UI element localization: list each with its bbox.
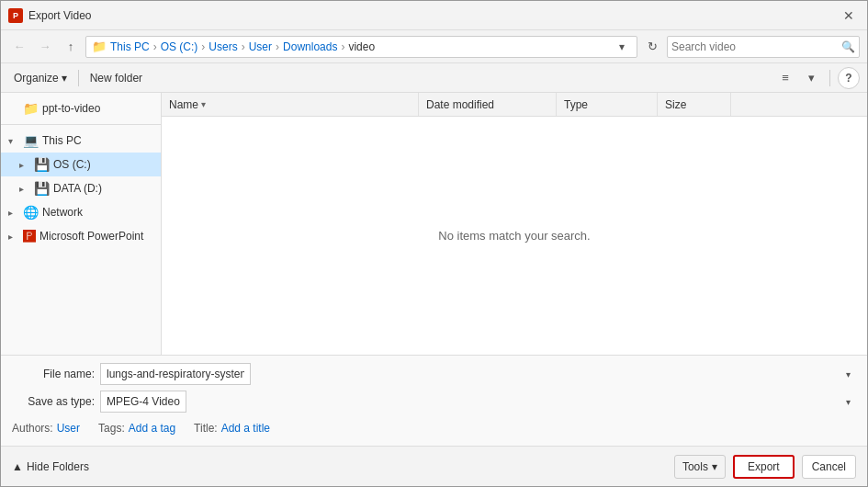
- title-item: Title: Add a title: [194, 422, 270, 435]
- authors-label: Authors:: [12, 422, 53, 435]
- export-button[interactable]: Export: [733, 455, 795, 479]
- search-input[interactable]: [671, 40, 841, 53]
- breadcrumb-current: video: [348, 40, 375, 53]
- filename-wrapper: ▾: [100, 363, 856, 385]
- hide-folders-button[interactable]: ▲ Hide Folders: [12, 460, 89, 473]
- new-folder-button[interactable]: New folder: [85, 67, 148, 89]
- breadcrumb-dropdown-icon[interactable]: ▾: [613, 38, 631, 56]
- sidebar-divider: [1, 124, 161, 125]
- sidebar-item-network[interactable]: ▸ 🌐 Network: [1, 200, 161, 224]
- sidebar-item-ms-powerpoint[interactable]: ▸ 🅿 Microsoft PowerPoint: [1, 224, 161, 248]
- file-list-header: Name ▾ Date modified Type Size: [162, 93, 867, 117]
- cancel-button[interactable]: Cancel: [802, 455, 856, 479]
- network-icon: 🌐: [23, 205, 39, 220]
- bottom-bar: File name: ▾ Save as type: MPEG-4 Video …: [1, 355, 867, 446]
- sidebar-item-data-d[interactable]: ▸ 💾 DATA (D:): [1, 176, 161, 200]
- col-header-date[interactable]: Date modified: [419, 93, 557, 116]
- sidebar-item-label: DATA (D:): [53, 182, 153, 195]
- breadcrumb-this-pc[interactable]: This PC: [110, 40, 150, 53]
- drive-icon: 💾: [34, 181, 50, 196]
- forward-button[interactable]: →: [34, 36, 56, 58]
- this-pc-icon: 💻: [23, 133, 39, 148]
- sidebar-item-label: This PC: [42, 134, 153, 147]
- chevron-icon: ▾: [8, 136, 19, 146]
- breadcrumb-users[interactable]: Users: [209, 40, 237, 53]
- file-area: Name ▾ Date modified Type Size No items …: [162, 93, 867, 355]
- authors-item: Authors: User: [12, 422, 80, 435]
- toolbar-sep-2: [829, 70, 830, 86]
- filename-input[interactable]: [100, 363, 251, 385]
- dialog-title: Export Video: [28, 9, 92, 22]
- toolbar-separator: [78, 70, 79, 86]
- sidebar-item-label: Microsoft PowerPoint: [39, 230, 153, 243]
- file-list-body: No items match your search.: [162, 117, 867, 355]
- breadcrumb-os-c[interactable]: OS (C:): [161, 40, 198, 53]
- tools-dropdown-icon: ▾: [712, 460, 717, 473]
- savetype-label: Save as type:: [12, 395, 95, 408]
- chevron-icon: ▸: [19, 184, 30, 194]
- col-header-size[interactable]: Size: [658, 93, 731, 116]
- folder-icon: 📁: [92, 40, 107, 53]
- organize-button[interactable]: Organize ▾: [8, 67, 73, 89]
- sort-icon: ▾: [201, 99, 206, 109]
- sidebar-item-this-pc[interactable]: ▾ 💻 This PC: [1, 129, 161, 153]
- filename-dropdown-icon[interactable]: ▾: [846, 369, 851, 379]
- chevron-icon: ▸: [19, 160, 30, 170]
- tags-label: Tags:: [98, 422, 125, 435]
- savetype-dropdown-icon: ▾: [846, 397, 851, 407]
- title-bar: P Export Video ✕: [1, 1, 867, 30]
- title-bar-left: P Export Video: [8, 8, 92, 23]
- chevron-icon: ▸: [8, 208, 19, 218]
- close-button[interactable]: ✕: [838, 5, 860, 27]
- help-button[interactable]: ?: [838, 67, 860, 89]
- action-right: Tools ▾ Export Cancel: [674, 455, 856, 479]
- col-header-type[interactable]: Type: [557, 93, 658, 116]
- main-content: 📁 ppt-to-video ▾ 💻 This PC ▸ 💾 OS (C:) ▸…: [1, 93, 867, 355]
- search-icon[interactable]: 🔍: [841, 40, 855, 53]
- savetype-row: Save as type: MPEG-4 Video ▾: [12, 391, 856, 413]
- folder-icon: 📁: [23, 101, 39, 116]
- view-dropdown-button[interactable]: ▾: [800, 67, 822, 89]
- chevron-up-icon: ▲: [12, 460, 23, 473]
- sidebar-item-ppt-to-video[interactable]: 📁 ppt-to-video: [1, 96, 161, 120]
- sidebar-item-label: OS (C:): [53, 158, 153, 171]
- view-button[interactable]: ≡: [774, 67, 796, 89]
- search-box: 🔍: [667, 36, 860, 58]
- authors-value[interactable]: User: [57, 422, 80, 435]
- sidebar-item-label: ppt-to-video: [42, 102, 153, 115]
- refresh-button[interactable]: ↻: [641, 36, 663, 58]
- sidebar-item-label: Network: [42, 206, 153, 219]
- sidebar-item-os-c[interactable]: ▸ 💾 OS (C:): [1, 153, 161, 176]
- chevron-icon: ▸: [8, 232, 19, 242]
- sidebar: 📁 ppt-to-video ▾ 💻 This PC ▸ 💾 OS (C:) ▸…: [1, 93, 162, 355]
- filename-label: File name:: [12, 368, 95, 380]
- back-button[interactable]: ←: [8, 36, 30, 58]
- breadcrumb-user[interactable]: User: [249, 40, 272, 53]
- action-bar: ▲ Hide Folders Tools ▾ Export Cancel: [1, 446, 867, 486]
- navigation-bar: ← → ↑ 📁 This PC › OS (C:) › Users › User…: [1, 30, 867, 63]
- savetype-wrapper: MPEG-4 Video ▾: [100, 391, 856, 413]
- tags-item: Tags: Add a tag: [98, 422, 175, 435]
- breadcrumb-bar: 📁 This PC › OS (C:) › Users › User › Dow…: [85, 36, 637, 58]
- tags-value[interactable]: Add a tag: [129, 422, 175, 435]
- tools-button[interactable]: Tools ▾: [674, 455, 726, 479]
- filename-row: File name: ▾: [12, 363, 856, 385]
- breadcrumb-downloads[interactable]: Downloads: [283, 40, 337, 53]
- toolbar: Organize ▾ New folder ≡ ▾ ?: [1, 63, 867, 93]
- title-label: Title:: [194, 422, 218, 435]
- up-button[interactable]: ↑: [60, 36, 82, 58]
- savetype-select[interactable]: MPEG-4 Video: [100, 391, 186, 413]
- title-value[interactable]: Add a title: [221, 422, 270, 435]
- powerpoint-icon: P: [8, 8, 23, 23]
- hide-folders-label: Hide Folders: [27, 460, 89, 473]
- empty-message: No items match your search.: [438, 229, 590, 243]
- meta-row: Authors: User Tags: Add a tag Title: Add…: [12, 418, 856, 438]
- export-video-dialog: P Export Video ✕ ← → ↑ 📁 This PC › OS (C…: [0, 0, 868, 487]
- powerpoint-icon: 🅿: [23, 229, 36, 244]
- drive-icon: 💾: [34, 157, 50, 172]
- toolbar-right: ≡ ▾ ?: [774, 67, 860, 89]
- col-header-name[interactable]: Name ▾: [162, 93, 419, 116]
